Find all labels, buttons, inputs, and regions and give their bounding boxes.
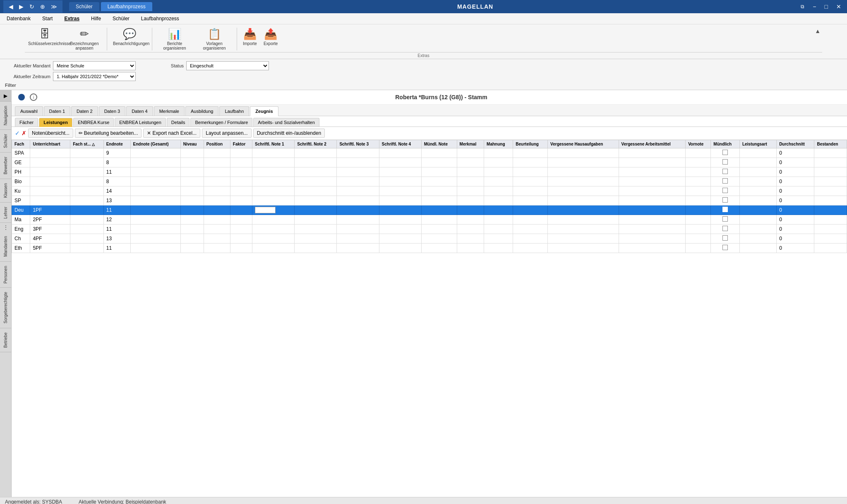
col-endnote[interactable]: Endnote [103,140,130,148]
zeitraum-select[interactable]: 1. Halbjahr 2021/2022 *Demo* [53,72,136,81]
menu-extras[interactable]: Extras [62,15,81,22]
tab-ausbildung[interactable]: Ausbildung [185,106,218,116]
sidebar-bewerber-label[interactable]: Bewerber [3,154,8,177]
col-fachst[interactable]: Fach st... [70,140,104,148]
tab-daten4[interactable]: Daten 4 [126,106,153,116]
toolbar-benachrichtigungen[interactable]: 💬 Benachrichtigungen [110,26,149,48]
sidebar-betriebe-label[interactable]: Betriebe [3,330,8,350]
col-muendlich-cb[interactable]: Mündlich [711,140,740,148]
col-endnote-gesamt[interactable]: Endnote (Gesamt) [130,140,180,148]
table-row[interactable]: Ku140 [12,186,847,196]
subtab-faecher[interactable]: Fächer [15,118,38,127]
table-row[interactable]: SP130 [12,196,847,205]
col-verh[interactable]: Vergessene Hausaufgaben [548,140,619,148]
col-vera[interactable]: Vergessene Arbeitsmittel [619,140,686,148]
maximize-btn[interactable]: □ [822,2,830,11]
toolbar-exporte[interactable]: 📤 Exporte [260,26,281,48]
tab-merkmale[interactable]: Merkmale [154,106,185,116]
tab-schueler[interactable]: Schüler [69,2,99,11]
table-row[interactable]: Bio80 [12,177,847,186]
col-mahnung[interactable]: Mahnung [484,140,513,148]
col-durchschnitt[interactable]: Durchschnitt [777,140,814,148]
tab-daten1[interactable]: Daten 1 [44,106,71,116]
col-fach[interactable]: Fach [12,140,30,148]
col-position[interactable]: Position [204,140,230,148]
tab-daten2[interactable]: Daten 2 [71,106,98,116]
col-leistungsart[interactable]: Leistungsart [739,140,776,148]
sidebar-mandanten-label[interactable]: Mandanten [3,234,8,259]
toolbar-importe[interactable]: 📥 Importe [240,26,260,48]
toolbar-schluesselverzeichnisse[interactable]: 🗄 Schlüsselverzeichnisse [25,26,65,48]
col-faktor[interactable]: Faktor [230,140,252,148]
close-btn[interactable]: ✕ [834,2,844,11]
menu-start[interactable]: Start [41,15,54,22]
subtab-leistungen[interactable]: Leistungen [39,118,72,127]
muendlich-checkbox[interactable] [722,235,728,241]
menu-schueler[interactable]: Schüler [111,15,131,22]
menu-laufbahnprozess[interactable]: Laufbahnprozess [139,15,181,22]
muendlich-checkbox[interactable] [722,150,728,155]
col-beurteilung[interactable]: Beurteilung [513,140,548,148]
muendlich-checkbox[interactable] [722,169,728,174]
table-row[interactable]: GE80 [12,158,847,167]
col-sn4[interactable]: Schriftl. Note 4 [379,140,421,148]
table-row[interactable]: SPA90 [12,148,847,158]
durchschnitt-btn[interactable]: Durchschnitt ein-/ausblenden [253,129,325,138]
export-excel-btn[interactable]: ✕ Export nach Excel... [143,129,200,138]
home-btn[interactable]: ⊕ [38,2,47,11]
muendlich-checkbox[interactable] [722,178,728,184]
check-icon[interactable]: ✓ [15,130,20,136]
toolbar-vorlagen[interactable]: 📋 Vorlagen organisieren [194,26,234,52]
menu-datenbank[interactable]: Datenbank [5,15,32,22]
muendlich-checkbox[interactable] [722,207,728,212]
more-btn[interactable]: ≫ [49,2,59,11]
subtab-enbrea-kurse[interactable]: ENBREA Kurse [73,118,114,127]
tab-laufbahnprozess[interactable]: Laufbahnprozess [101,2,152,11]
menu-hilfe[interactable]: Hilfe [89,15,103,22]
info-icon[interactable]: i [30,93,37,101]
subtab-details[interactable]: Details [167,118,190,127]
muendlich-checkbox[interactable] [722,226,728,231]
table-row[interactable]: Eth5PF110 [12,244,847,253]
sidebar-lehrer-label[interactable]: Lehrer [3,204,8,221]
col-merkmal[interactable]: Merkmal [457,140,484,148]
tab-auswahl[interactable]: Auswahl [15,106,43,116]
muendlich-checkbox[interactable] [722,197,728,203]
subtab-enbrea-leistungen[interactable]: ENBREA Leistungen [115,118,166,127]
x-icon[interactable]: ✗ [22,130,26,136]
refresh-btn[interactable]: ↻ [27,2,36,11]
table-row[interactable]: Deu1PF110 [12,205,847,215]
col-muendl[interactable]: Mündl. Note [421,140,457,148]
sidebar-schueler-label[interactable]: Schüler [3,131,8,150]
tab-daten3[interactable]: Daten 3 [99,106,126,116]
muendlich-checkbox[interactable] [722,159,728,165]
toolbar-berichte[interactable]: 📊 Berichte organisieren [155,26,194,52]
beurteilung-btn[interactable]: ✏ Beurteilung bearbeiten... [75,129,142,138]
layout-btn[interactable]: Layout anpassen... [202,129,251,138]
table-row[interactable]: PH110 [12,167,847,177]
col-unterrichtsart[interactable]: Unterrichtsart [30,140,70,148]
sidebar-sorgeberechtigte-label[interactable]: Sorgeberechtigte [3,289,8,326]
muendlich-checkbox[interactable] [722,188,728,193]
muendlich-checkbox[interactable] [722,245,728,250]
col-bestanden[interactable]: Bestanden [814,140,847,148]
status-select[interactable]: Eingeschult [186,61,269,70]
col-sn2[interactable]: Schriftl. Note 2 [295,140,337,148]
subtab-bemerkungen[interactable]: Bemerkungen / Formulare [190,118,252,127]
sidebar-navigation-label[interactable]: Navigation [3,103,8,128]
subtab-arbeits[interactable]: Arbeits- und Sozialverhalten [253,118,319,127]
tab-laufbahn[interactable]: Laufbahn [219,106,249,116]
col-niveau[interactable]: Niveau [180,140,204,148]
table-row[interactable]: Ma2PF120 [12,215,847,225]
sidebar-klassen-label[interactable]: Klassen [3,181,8,201]
col-sn3[interactable]: Schriftl. Note 3 [337,140,379,148]
sn1-input[interactable] [255,207,276,213]
muendlich-checkbox[interactable] [722,216,728,222]
toolbar-collapse-btn[interactable]: ▲ [815,28,821,34]
notenubersicht-btn[interactable]: Notenübersicht... [28,129,73,138]
forward-btn[interactable]: ▶ [17,2,26,11]
table-row[interactable]: Ch4PF130 [12,234,847,244]
toolbar-bezeichnungen[interactable]: ✏ Bezeichnungen anpassen [65,26,104,52]
back-btn[interactable]: ◀ [7,2,15,11]
sidebar-personen-label[interactable]: Personen [3,263,8,286]
